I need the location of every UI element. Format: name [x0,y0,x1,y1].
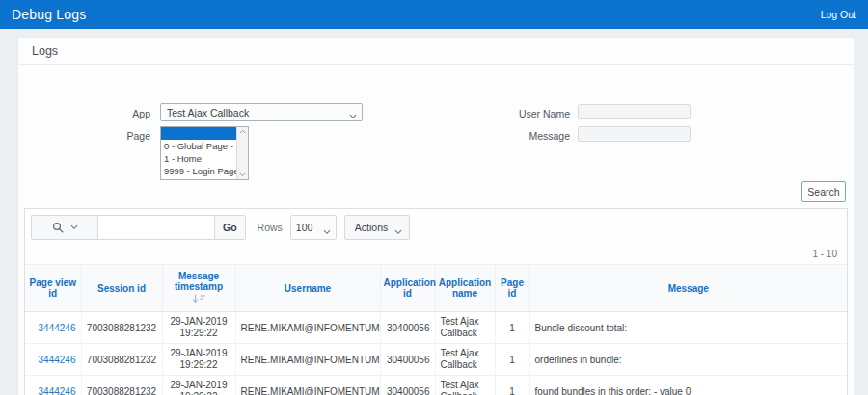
message-cell: Bundle discount total: [529,312,847,344]
timestamp-cell: 29-JAN-2019 19:29:22 [162,376,235,395]
app-select-value: Test Ajax Callback [167,107,249,118]
message-field[interactable] [578,126,691,142]
page-view-id-link[interactable]: 3444246 [39,355,76,365]
listbox-scrollbar[interactable] [236,127,248,179]
chevron-down-icon [394,225,402,237]
interactive-report: Go Rows 100 Actions 1 - 10 [24,208,848,395]
application-id-cell: 30400056 [380,312,435,344]
rows-select[interactable]: 100 [290,215,337,240]
page-label: Page [18,130,150,142]
table-row: 3444246 7003088281232 29-JAN-2019 19:29:… [25,376,847,395]
username-cell: RENE.MIKAMI@INFOMENTUM.CO.UK [235,344,380,376]
report-toolbar: Go Rows 100 Actions [25,209,847,246]
page-view-id-cell: 3444246 [25,344,81,376]
table-row: 3444246 7003088281232 29-JAN-2019 19:29:… [25,312,847,344]
search-column-selector[interactable] [31,215,98,240]
column-header-message-timestamp[interactable]: Message timestamp [162,265,235,312]
scroll-up-icon [239,129,246,134]
chevron-down-icon [323,225,331,237]
page-option[interactable]: 0 - Global Page - Desktop [161,140,248,152]
page-option[interactable]: 9999 - Login Page [161,165,248,177]
message-cell: found bundles in this order: - value 0 [529,376,847,395]
report-search-input[interactable] [97,215,215,240]
username-cell: RENE.MIKAMI@INFOMENTUM.CO.UK [235,376,380,395]
page-id-cell: 1 [495,344,529,376]
rows-select-value: 100 [296,222,313,233]
actions-label: Actions [355,222,388,233]
column-header-message[interactable]: Message [529,265,847,312]
search-icon [52,222,65,234]
search-button[interactable]: Search [801,181,846,202]
logs-region: Logs App Test Ajax Callback Page 0 - Glo… [17,37,854,395]
report-table: Page view id Session id Message timestam… [25,264,847,395]
session-id-cell: 7003088281232 [81,376,162,395]
page-view-id-cell: 3444246 [25,312,81,344]
app-label: App [18,108,150,119]
app-header: Debug Logs Log Out [0,0,868,29]
page-id-cell: 1 [495,312,529,344]
message-label: Message [356,130,570,142]
session-id-cell: 7003088281232 [81,344,162,376]
application-name-cell: Test Ajax Callback [435,344,495,376]
page-listbox[interactable]: 0 - Global Page - Desktop 1 - Home 9999 … [160,126,249,180]
application-name-cell: Test Ajax Callback [435,312,495,344]
column-header-application-name[interactable]: Application name [435,265,495,312]
column-header-application-id[interactable]: Application id [380,265,435,312]
page-title: Debug Logs [12,7,87,22]
application-id-cell: 30400056 [380,344,435,376]
timestamp-cell: 29-JAN-2019 19:29:22 [162,344,235,376]
table-row: 3444246 7003088281232 29-JAN-2019 19:29:… [25,344,847,376]
pagination-range: 1 - 10 [25,246,847,264]
table-header-row: Page view id Session id Message timestam… [25,265,847,312]
region-title: Logs [32,44,58,58]
column-header-page-id[interactable]: Page id [495,265,529,312]
page-option[interactable]: 1 - Home [161,152,248,165]
column-header-page-view-id[interactable]: Page view id [25,265,81,312]
page-view-id-link[interactable]: 3444246 [39,386,76,395]
scroll-down-icon [239,172,246,177]
session-id-cell: 7003088281232 [81,312,162,344]
message-cell: orderlines in bundle: [529,344,847,376]
sort-descending-icon [192,294,206,305]
region-header: Logs [18,38,854,65]
rows-label: Rows [258,222,283,233]
app-select[interactable]: Test Ajax Callback [160,103,363,121]
chevron-down-icon [70,224,78,230]
application-id-cell: 30400056 [380,376,435,395]
application-name-cell: Test Ajax Callback [435,376,495,395]
user-name-label: User Name [356,108,570,119]
go-button[interactable]: Go [214,215,246,240]
column-header-session-id[interactable]: Session id [81,265,162,312]
logout-link[interactable]: Log Out [821,9,856,20]
column-header-username[interactable]: Username [235,265,380,312]
user-name-field[interactable] [578,104,691,119]
actions-menu-button[interactable]: Actions [344,215,410,240]
page-id-cell: 1 [495,376,529,395]
page-option-blank[interactable] [161,127,248,140]
page-view-id-link[interactable]: 3444246 [39,323,76,333]
page-view-id-cell: 3444246 [25,376,81,395]
username-cell: RENE.MIKAMI@INFOMENTUM.CO.UK [235,312,380,344]
filter-form: App Test Ajax Callback Page 0 - Global P… [18,65,854,208]
timestamp-cell: 29-JAN-2019 19:29:22 [162,312,235,344]
report-table-body: 3444246 7003088281232 29-JAN-2019 19:29:… [25,312,847,395]
